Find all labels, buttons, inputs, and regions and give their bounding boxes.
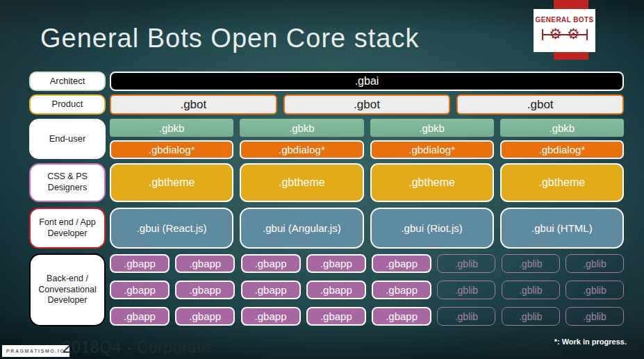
role-label-front-end-app-developer: Font end / App Developer xyxy=(29,208,106,249)
row-gbkb: .gbkb .gbkb .gbkb .gbkb xyxy=(110,119,624,137)
row-gbtheme: .gbtheme .gbtheme .gbtheme .gbtheme xyxy=(110,163,624,202)
gbapp-box: .gbapp xyxy=(306,281,366,299)
gbui-html-box: .gbui (HTML) xyxy=(500,208,624,249)
gbapp-box: .gbapp xyxy=(175,254,235,273)
gblib-box: .gblib xyxy=(565,307,624,326)
row-backend-3: .gbapp .gbapp .gbapp .gbapp .gbapp .gbli… xyxy=(110,307,624,326)
gbtheme-box: .gbtheme xyxy=(240,163,363,202)
gbkb-box: .gbkb xyxy=(370,119,494,137)
role-label-css-ps-designers: CSS & PS Designers xyxy=(29,163,106,202)
page-title: General Bots Open Core stack xyxy=(40,24,419,53)
role-label-architect: Architect xyxy=(29,72,106,91)
gear-icon: ⚙ xyxy=(567,27,580,42)
gbapp-box: .gbapp xyxy=(372,281,431,299)
gbot-box: .gbot xyxy=(283,94,451,115)
gbai-box: .gbai xyxy=(110,72,624,91)
gbui-angular-box: .gbui (Angular.js) xyxy=(240,208,363,249)
role-label-back-end-conversational-developer: Back-end / Conversational Developer xyxy=(29,253,106,326)
gbdialog-box: .gbdialog* xyxy=(110,140,233,159)
gbapp-box: .gbapp xyxy=(241,254,301,273)
gbkb-box: .gbkb xyxy=(240,119,363,137)
footer-caption: 2018Q4 - Corporate xyxy=(63,338,211,357)
slide-background: General Bots Open Core stack GENERAL BOT… xyxy=(0,0,644,359)
gbdialog-box: .gbdialog* xyxy=(240,140,363,159)
gbtheme-box: .gbtheme xyxy=(500,163,624,202)
logo-right-bar xyxy=(586,29,588,40)
gblib-box: .gblib xyxy=(437,307,495,326)
work-in-progress-note: *: Work in progress. xyxy=(554,337,627,346)
gbot-box: .gbot xyxy=(456,94,624,115)
gbapp-box: .gbapp xyxy=(110,281,170,299)
gbapp-box: .gbapp xyxy=(175,281,235,299)
gbdialog-box: .gbdialog* xyxy=(500,140,624,159)
gbui-riot-box: .gbui (Riot.js) xyxy=(370,208,494,249)
gbdialog-box: .gbdialog* xyxy=(370,140,494,159)
gbkb-box: .gbkb xyxy=(110,119,233,137)
gbapp-box: .gbapp xyxy=(241,281,301,299)
gbtheme-box: .gbtheme xyxy=(110,163,233,202)
logo-wordmark: GENERAL BOTS xyxy=(535,16,593,24)
general-bots-logo: GENERAL BOTS ⚙ ⚙ xyxy=(534,9,595,52)
gears-icon: ⚙ ⚙ xyxy=(542,24,588,46)
gbapp-box: .gbapp xyxy=(372,254,431,273)
gblib-box: .gblib xyxy=(565,254,624,273)
gbapp-box: .gbapp xyxy=(110,307,170,326)
row-backend-2: .gbapp .gbapp .gbapp .gbapp .gbapp .gbli… xyxy=(110,281,624,299)
pragmatismo-badge: PRAGMATISMO.IO xyxy=(2,345,69,357)
logo-left-bar xyxy=(542,29,543,40)
gblib-box: .gblib xyxy=(437,254,495,273)
gbapp-box: .gbapp xyxy=(241,307,301,326)
gblib-box: .gblib xyxy=(502,254,560,273)
gbkb-box: .gbkb xyxy=(500,119,624,137)
gblib-box: .gblib xyxy=(502,281,560,299)
row-gbai: .gbai xyxy=(110,72,624,91)
row-gbdialog: .gbdialog* .gbdialog* .gbdialog* .gbdial… xyxy=(110,140,624,159)
gblib-box: .gblib xyxy=(437,281,495,299)
gblib-box: .gblib xyxy=(502,307,560,326)
gbapp-box: .gbapp xyxy=(110,254,170,273)
gbot-box: .gbot xyxy=(110,94,277,115)
gbapp-box: .gbapp xyxy=(306,254,366,273)
gbapp-box: .gbapp xyxy=(372,307,431,326)
gbapp-box: .gbapp xyxy=(306,307,366,326)
gblib-box: .gblib xyxy=(565,281,624,299)
gbapp-box: .gbapp xyxy=(175,307,235,326)
row-gbot: .gbot .gbot .gbot xyxy=(110,94,624,115)
role-label-end-user: End-user xyxy=(29,119,106,159)
gear-icon: ⚙ xyxy=(549,27,562,42)
row-backend-1: .gbapp .gbapp .gbapp .gbapp .gbapp .gbli… xyxy=(110,254,624,273)
gbui-react-box: .gbui (React.js) xyxy=(110,208,233,249)
gbtheme-box: .gbtheme xyxy=(370,163,494,202)
row-gbui: .gbui (React.js) .gbui (Angular.js) .gbu… xyxy=(110,208,624,249)
role-label-product: Product xyxy=(29,94,106,115)
